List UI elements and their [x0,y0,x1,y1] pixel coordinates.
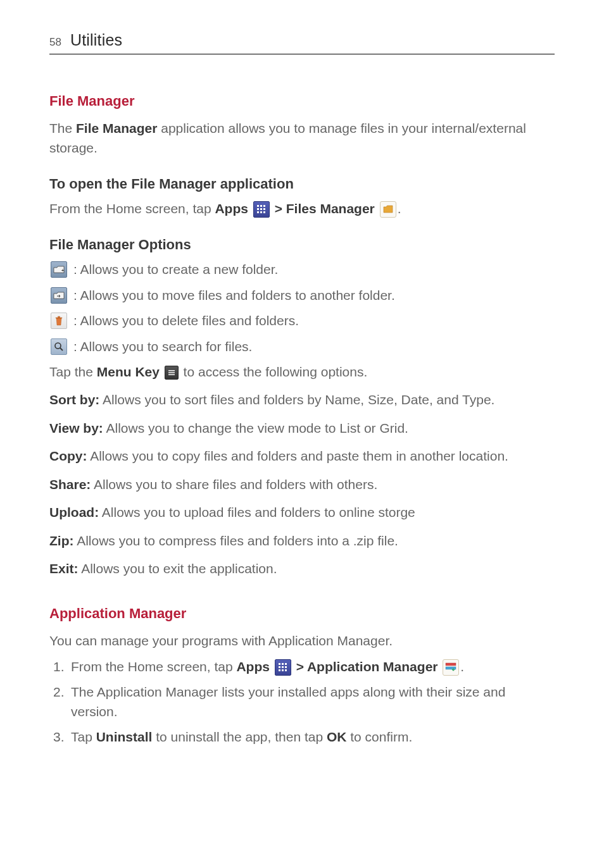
uninstall-label: Uninstall [96,729,153,744]
menu-key-icon [165,366,179,380]
text: Allows you to copy files and folders and… [87,449,508,463]
svg-rect-19 [282,666,284,668]
option-text: : Allows you to move files and folders t… [73,286,395,305]
text: Tap [71,729,96,744]
svg-rect-13 [168,373,175,374]
copy-option: Copy: Allows you to copy files and folde… [49,447,555,466]
page-header: 58 Utilities [49,28,555,54]
text: From the Home screen, tap [71,659,236,674]
option-search: : Allows you to search for files. [49,337,555,356]
files-manager-label: Files Manager [286,201,375,216]
svg-rect-23 [285,669,287,671]
file-manager-heading: File Manager [49,91,555,111]
svg-rect-15 [279,663,280,665]
option-text: : Allows you to create a new folder. [73,260,278,279]
svg-rect-0 [257,205,259,207]
new-folder-icon: + [51,261,67,278]
file-manager-intro: The File Manager application allows you … [49,119,555,158]
svg-point-10 [55,343,61,349]
label: Zip: [49,533,73,548]
svg-text:+: + [61,268,64,273]
svg-rect-25 [446,667,456,669]
ok-label: OK [327,729,347,744]
option-move: : Allows you to move files and folders t… [49,286,555,305]
svg-rect-3 [257,208,259,210]
application-manager-label: Application Manager [307,659,438,674]
separator: > [296,659,307,674]
text: Allows you to share files and folders wi… [91,477,377,492]
option-new-folder: + : Allows you to create a new folder. [49,260,555,279]
text: Allows you to exit the application. [79,561,277,576]
text: . [460,659,464,674]
menu-key-label: Menu Key [97,364,160,379]
file-manager-bold: File Manager [76,121,157,135]
step-number: 3. [53,728,67,747]
svg-rect-5 [263,208,265,210]
text: The [49,121,76,135]
option-text: : Allows you to search for files. [73,337,252,356]
svg-rect-14 [168,375,175,376]
svg-line-11 [60,348,63,350]
text: to confirm. [346,729,412,744]
option-text: : Allows you to delete files and folders… [73,311,299,330]
text: Allows you to sort files and folders by … [99,392,494,407]
step-2: 2. The Application Manager lists your in… [53,683,555,721]
text: to access the following options. [184,364,368,379]
apps-label: Apps [236,659,270,674]
zip-option: Zip: Allows you to compress files and fo… [49,531,555,550]
text: Allows you to compress files and folders… [73,533,398,548]
files-manager-icon [380,201,396,218]
label: Upload: [49,505,99,519]
label: Share: [49,477,91,492]
application-manager-intro: You can manage your programs with Applic… [49,631,555,650]
step-text: The Application Manager lists your insta… [71,683,555,721]
label: Copy: [49,449,87,463]
svg-rect-2 [263,205,265,207]
page-number: 58 [49,35,61,51]
application-manager-icon [443,659,459,676]
label: Sort by: [49,392,99,407]
apps-grid-icon [275,659,291,676]
text: Allows you to upload files and folders t… [99,505,415,519]
sort-by-option: Sort by: Allows you to sort files and fo… [49,390,555,409]
svg-rect-21 [279,669,280,671]
view-by-option: View by: Allows you to change the view m… [49,419,555,438]
label: Exit: [49,561,79,576]
svg-rect-17 [285,663,287,665]
menu-key-line: Tap the Menu Key to access the following… [49,363,555,381]
open-file-manager-text: From the Home screen, tap Apps > Files M… [49,199,555,218]
upload-option: Upload: Allows you to upload files and f… [49,503,555,522]
text: to uninstall the app, then tap [152,729,327,744]
share-option: Share: Allows you to share files and fol… [49,475,555,494]
svg-rect-6 [257,211,259,213]
option-delete: : Allows you to delete files and folders… [49,311,555,330]
svg-rect-7 [260,211,262,213]
text: Allows you to change the view mode to Li… [103,421,408,435]
move-folder-icon [51,287,67,304]
svg-rect-18 [279,666,280,668]
separator: > [275,201,286,216]
text: . [398,201,401,216]
svg-rect-16 [282,663,284,665]
step-1: 1. From the Home screen, tap Apps > Appl… [53,657,555,676]
file-manager-options-heading: File Manager Options [49,235,555,255]
apps-label: Apps [215,201,248,216]
apps-grid-icon [253,201,270,218]
trash-icon [51,313,67,329]
open-file-manager-heading: To open the File Manager application [49,174,555,194]
page-title: Utilities [70,28,122,51]
text: From the Home screen, tap [49,201,215,216]
text: Tap the [49,364,97,379]
svg-rect-22 [282,669,284,671]
label: View by: [49,421,103,435]
steps-list: 1. From the Home screen, tap Apps > Appl… [49,657,555,747]
svg-rect-24 [446,663,456,666]
svg-rect-4 [260,208,262,210]
svg-rect-20 [285,666,287,668]
search-icon [51,338,67,355]
svg-rect-1 [260,205,262,207]
svg-rect-12 [168,370,175,371]
step-number: 2. [53,683,67,721]
step-3: 3. Tap Uninstall to uninstall the app, t… [53,728,555,747]
application-manager-heading: Application Manager [49,604,555,624]
